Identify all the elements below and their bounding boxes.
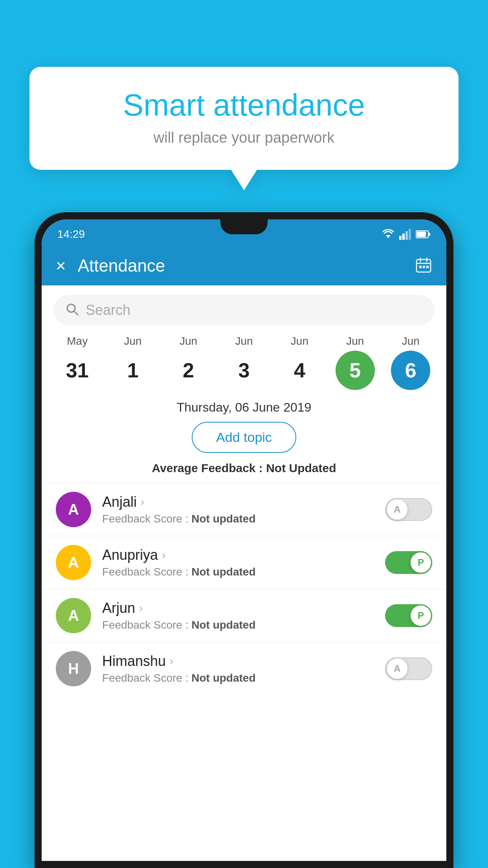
cal-month-label: Jun — [346, 335, 364, 348]
selected-date-label: Thursday, 06 June 2019 — [42, 400, 446, 415]
calendar-row: May31Jun1Jun2Jun3Jun4Jun5Jun6 — [42, 335, 446, 390]
feedback-score: Feedback Score : Not updated — [102, 566, 374, 578]
avatar: A — [56, 598, 91, 633]
cal-date-number[interactable]: 4 — [280, 351, 319, 390]
cal-date-number[interactable]: 1 — [113, 351, 152, 390]
add-topic-button[interactable]: Add topic — [192, 422, 296, 453]
chevron-right-icon: › — [170, 655, 173, 668]
feedback-score: Feedback Score : Not updated — [102, 672, 374, 684]
cal-month-label: Jun — [235, 335, 253, 348]
toggle-knob: A — [387, 499, 407, 520]
cal-month-label: Jun — [291, 335, 308, 348]
svg-rect-1 — [399, 236, 402, 240]
svg-marker-0 — [386, 235, 391, 238]
svg-rect-6 — [416, 232, 426, 237]
phone-notch — [220, 219, 268, 234]
search-placeholder: Search — [86, 302, 130, 318]
calendar-day[interactable]: Jun5 — [332, 335, 379, 390]
student-info: Anupriya ›Feedback Score : Not updated — [102, 547, 374, 578]
toggle-knob: A — [387, 658, 407, 679]
student-row[interactable]: AAnjali ›Feedback Score : Not updatedA — [42, 483, 446, 536]
phone-inner: 14:29 — [42, 219, 446, 861]
calendar-day[interactable]: Jun3 — [220, 335, 268, 390]
toggle-switch[interactable]: A — [385, 657, 432, 680]
svg-rect-13 — [423, 266, 425, 268]
search-bar[interactable]: Search — [53, 295, 435, 326]
avatar: A — [56, 492, 91, 527]
attendance-toggle[interactable]: A — [385, 498, 432, 521]
student-row[interactable]: AAnupriya ›Feedback Score : Not updatedP — [42, 536, 446, 589]
svg-rect-3 — [405, 231, 408, 240]
toggle-knob: P — [411, 552, 431, 573]
signal-icon — [399, 229, 412, 240]
cal-date-number[interactable]: 6 — [391, 351, 430, 390]
cal-date-number[interactable]: 5 — [336, 351, 375, 390]
student-name: Anjali › — [102, 494, 374, 510]
avatar: A — [56, 545, 91, 580]
toggle-switch[interactable]: P — [385, 604, 432, 627]
calendar-day[interactable]: Jun6 — [387, 335, 434, 390]
header-title: Attendance — [78, 256, 403, 276]
cal-date-number[interactable]: 2 — [169, 351, 208, 390]
feedback-score: Feedback Score : Not updated — [102, 619, 374, 631]
chevron-right-icon: › — [141, 496, 144, 508]
cal-date-number[interactable]: 31 — [58, 351, 97, 390]
status-icons — [381, 229, 431, 240]
calendar-day[interactable]: May31 — [54, 335, 101, 390]
toggle-switch[interactable]: P — [385, 551, 432, 574]
wifi-icon — [381, 229, 395, 240]
cal-month-label: Jun — [180, 335, 197, 348]
bubble-title: Smart attendance — [53, 88, 435, 122]
battery-icon — [416, 230, 431, 239]
toggle-knob: P — [411, 605, 431, 626]
svg-rect-14 — [426, 266, 429, 268]
calendar-day[interactable]: Jun2 — [165, 335, 212, 390]
speech-bubble: Smart attendance will replace your paper… — [29, 67, 459, 170]
calendar-day[interactable]: Jun1 — [109, 335, 156, 390]
toggle-switch[interactable]: A — [385, 498, 432, 521]
cal-month-label: Jun — [402, 335, 420, 348]
student-info: Arjun ›Feedback Score : Not updated — [102, 600, 374, 631]
student-name: Himanshu › — [102, 653, 374, 669]
app-header: × Attendance — [42, 246, 446, 285]
phone-frame: 14:29 — [35, 212, 453, 868]
student-row[interactable]: HHimanshu ›Feedback Score : Not updatedA — [42, 642, 446, 695]
cal-month-label: Jun — [124, 335, 142, 348]
calendar-icon[interactable] — [415, 256, 432, 275]
feedback-score: Feedback Score : Not updated — [102, 513, 374, 525]
cal-date-number[interactable]: 3 — [224, 351, 264, 390]
svg-rect-2 — [402, 234, 405, 240]
svg-line-16 — [74, 311, 78, 315]
attendance-toggle[interactable]: P — [385, 604, 432, 627]
calendar-day[interactable]: Jun4 — [276, 335, 323, 390]
chevron-right-icon: › — [139, 602, 143, 614]
svg-rect-4 — [409, 229, 411, 240]
chevron-right-icon: › — [162, 549, 165, 561]
student-row[interactable]: AArjun ›Feedback Score : Not updatedP — [42, 589, 446, 642]
student-list: AAnjali ›Feedback Score : Not updatedAAA… — [42, 483, 446, 695]
avg-feedback: Average Feedback : Not Updated — [42, 462, 446, 475]
status-time: 14:29 — [57, 228, 85, 241]
student-name: Anupriya › — [102, 547, 374, 563]
cal-month-label: May — [67, 335, 88, 348]
search-icon — [65, 302, 79, 318]
attendance-toggle[interactable]: A — [385, 657, 432, 680]
student-info: Anjali ›Feedback Score : Not updated — [102, 494, 374, 525]
attendance-toggle[interactable]: P — [385, 551, 432, 574]
svg-rect-12 — [419, 266, 422, 268]
student-info: Himanshu ›Feedback Score : Not updated — [102, 653, 374, 684]
avatar: H — [56, 651, 91, 686]
close-button[interactable]: × — [56, 257, 66, 274]
bubble-subtitle: will replace your paperwork — [53, 129, 435, 146]
student-name: Arjun › — [102, 600, 374, 616]
svg-rect-7 — [429, 233, 430, 236]
